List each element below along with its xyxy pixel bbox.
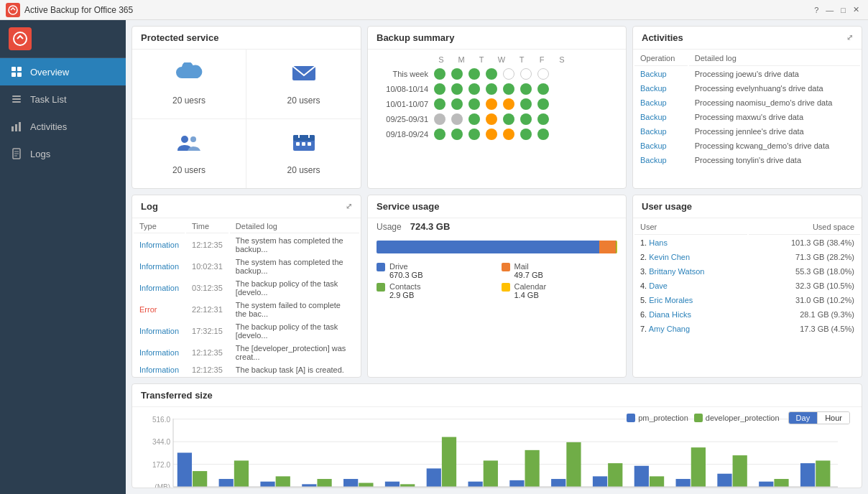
log-expand-icon[interactable]: ⤢ [346, 202, 352, 211]
user-row-3: 4. Dave32.3 GB (10.5%) [634, 279, 860, 292]
activity-log-2: Processing naomisu_demo's drive data [689, 96, 860, 109]
dot-2-1 [451, 98, 463, 110]
service-usage-card: Service usage Usage 724.3 GB Dr [367, 195, 627, 378]
user-name-4[interactable]: 5. Eric Morales [634, 294, 747, 307]
bar-green-3 [317, 479, 331, 487]
dot-4-3 [486, 129, 497, 140]
user-name-2[interactable]: 3. Brittany Watson [634, 265, 747, 278]
activity-row-5: BackupProcessing kcwang_demo's drive dat… [634, 139, 860, 152]
user-name-0[interactable]: 1. Hans [634, 236, 747, 249]
user-name-3[interactable]: 4. Dave [634, 279, 747, 292]
activities-tbody: BackupProcessing joewu's drive dataBacku… [634, 67, 860, 167]
backup-row-1: 10/08-10/14 [377, 83, 617, 95]
bar-green-0 [193, 471, 207, 487]
log-type-3[interactable]: Error [134, 299, 185, 320]
log-type-6[interactable]: Information [134, 364, 185, 376]
activity-operation-0[interactable]: Backup [634, 67, 688, 80]
user-usage-card: User usage User Used space 1. Hans101.3 … [632, 195, 862, 378]
activities-expand-icon[interactable]: ⤢ [846, 33, 853, 42]
legend-label-mail: Mail [514, 262, 543, 271]
chart-container: pm_protection developer_protection Day H… [132, 407, 862, 488]
usage-bar-mail [599, 241, 616, 253]
dot-3-4 [503, 113, 514, 125]
svg-rect-25 [308, 142, 311, 146]
backup-row-0: This week [377, 68, 617, 80]
activities-header: Activities ⤢ [633, 27, 862, 50]
log-type-0[interactable]: Information [134, 235, 185, 255]
sidebar-item-task-list[interactable]: Task List [0, 85, 126, 113]
day-label-s1: S [434, 55, 448, 64]
user-name-1[interactable]: 2. Kevin Chen [634, 251, 747, 264]
svg-rect-11 [19, 122, 21, 131]
dot-0-0 [434, 68, 445, 80]
sidebar-item-label-task-list: Task List [30, 94, 67, 105]
bar-green-13 [733, 455, 747, 487]
protected-service-grid: 20 uesrs 20 users 20 users [132, 50, 361, 188]
transferred-size-card: Transferred size pm_protection developer… [131, 383, 862, 488]
activity-operation-3[interactable]: Backup [634, 111, 688, 124]
sidebar-item-label-activities: Activities [30, 121, 67, 132]
dot-2-4 [503, 98, 514, 110]
usage-total: 724.3 GB [410, 221, 451, 232]
day-label-m: M [454, 55, 468, 64]
view-day-button[interactable]: Day [789, 412, 818, 424]
sidebar-item-label-logs: Logs [30, 149, 50, 159]
maximize-button[interactable]: □ [838, 4, 849, 16]
log-detail-6: The backup task [A] is created. [230, 364, 359, 376]
activity-operation-6[interactable]: Backup [634, 154, 688, 167]
user-row-5: 6. Diana Hicks28.1 GB (9.3%) [634, 308, 860, 321]
svg-rect-20 [293, 135, 315, 141]
log-type-2[interactable]: Information [134, 278, 185, 298]
log-type-5[interactable]: Information [134, 342, 185, 363]
activity-log-4: Processing jennlee's drive data [689, 125, 860, 138]
backup-summary-header: Backup summary [368, 27, 626, 50]
log-type-4[interactable]: Information [134, 321, 185, 341]
log-time-4: 17:32:15 [186, 321, 228, 341]
activity-operation-5[interactable]: Backup [634, 139, 688, 152]
cloud-icon [175, 62, 203, 90]
activity-operation-4[interactable]: Backup [634, 125, 688, 138]
dot-1-3 [486, 83, 497, 95]
minimize-button[interactable]: — [823, 4, 836, 16]
bar-blue-0 [177, 453, 192, 488]
legend-label-drive: Drive [389, 262, 423, 271]
bar-blue-8 [509, 480, 524, 487]
service-usage-header: Service usage [368, 195, 626, 218]
bar-green-2 [276, 476, 290, 487]
dot-3-6 [537, 113, 549, 125]
sidebar-item-activities[interactable]: Activities [0, 113, 126, 140]
sidebar-item-logs[interactable]: Logs [0, 140, 126, 167]
svg-rect-3 [17, 67, 22, 71]
backup-row-4: 09/18-09/24 [377, 129, 617, 140]
col-detailed-log: Detailed log [689, 51, 860, 66]
legend-size-calendar: 1.4 GB [514, 291, 547, 299]
activity-operation-1[interactable]: Backup [634, 82, 688, 95]
protected-item-calendar: 20 users [246, 119, 361, 188]
view-hour-button[interactable]: Hour [817, 412, 849, 424]
svg-rect-6 [12, 95, 21, 97]
activity-operation-2[interactable]: Backup [634, 96, 688, 109]
dot-1-2 [468, 83, 480, 95]
svg-point-17 [181, 136, 188, 143]
user-name-6[interactable]: 7. Amy Chang [634, 322, 747, 335]
close-button[interactable]: ✕ [850, 4, 862, 16]
log-type-1[interactable]: Information [134, 256, 185, 276]
user-size-0: 101.3 GB (38.4%) [749, 236, 860, 249]
legend-size-contacts: 2.9 GB [389, 291, 420, 299]
log-row-6: Information12:12:35The backup task [A] i… [134, 364, 359, 376]
legend-size-mail: 49.7 GB [514, 271, 543, 279]
bar-green-8 [525, 450, 540, 487]
legend-item-drive: Drive 670.3 GB [377, 262, 493, 279]
usage-bar-drive [377, 241, 599, 253]
sidebar-item-label-overview: Overview [30, 67, 69, 78]
log-time-0: 12:12:35 [186, 235, 228, 255]
backup-week-label-3: 09/25-09/31 [377, 115, 434, 124]
sidebar-item-overview[interactable]: Overview [0, 58, 126, 85]
legend-dot-contacts [377, 283, 385, 292]
bar-green-15 [816, 460, 830, 487]
activity-row-6: BackupProcessing tonylin's drive data [634, 154, 860, 167]
user-name-5[interactable]: 6. Diana Hicks [634, 308, 747, 321]
bar-green-7 [484, 460, 498, 487]
help-button[interactable]: ? [811, 4, 821, 16]
svg-text:344.0: 344.0 [152, 438, 170, 446]
